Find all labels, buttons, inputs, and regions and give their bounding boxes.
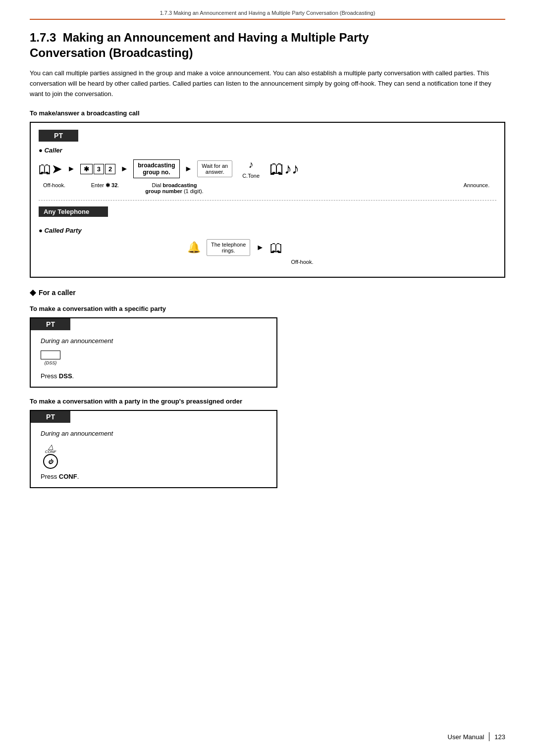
- ring-icon: 🔔: [187, 241, 201, 254]
- page-footer: User Manual 123: [448, 732, 505, 741]
- dashed-divider: [39, 200, 496, 201]
- conf-circle-symbol: ⏻: [48, 459, 53, 464]
- ctone-label: C.Tone: [242, 172, 260, 179]
- label-dial: Dial broadcastinggroup number (1 digit).: [142, 182, 207, 194]
- key-3: 3: [94, 164, 104, 174]
- subsection1-label: To make/answer a broadcasting call: [30, 109, 505, 117]
- section-description: You can call multiple parties assigned i…: [30, 68, 505, 99]
- called-flow: 🔔 The telephonerings. ► 🕮: [187, 239, 496, 256]
- small-diagram-1: PT During an announcement (DSS) Press DS…: [30, 317, 277, 388]
- conf-text-label: CONF: [45, 450, 56, 454]
- broadcast-box: broadcastinggroup no.: [133, 159, 179, 178]
- announce-item: 🕮♪♪: [269, 160, 299, 177]
- small-diagram-1-content: During an announcement (DSS) Press DSS.: [31, 330, 276, 387]
- footer-label: User Manual: [448, 733, 484, 741]
- rings-item: The telephonerings.: [207, 239, 250, 256]
- sub1-title: To make a conversation with a specific p…: [30, 305, 505, 312]
- small-diagram-2: PT During an announcement △ CONF ⏻ Press…: [30, 410, 277, 488]
- wait-box: Wait for ananswer.: [197, 160, 232, 177]
- dss-key-rect: [41, 351, 60, 359]
- any-tel-header: Any Telephone: [39, 206, 108, 217]
- caller-label: Caller: [39, 147, 496, 154]
- diamond-icon: ◆: [30, 288, 36, 297]
- section-title: 1.7.3 Making an Announcement and Having …: [30, 30, 505, 60]
- for-caller-section: ◆ For a caller: [30, 288, 505, 297]
- key-sequence: ✱ 3 2: [80, 164, 115, 174]
- caller-flow: 🕮➤ ► ✱ 3 2 ► broadcastinggroup no. ►: [39, 159, 496, 179]
- called-offhook-item: 🕮: [270, 240, 283, 255]
- press-dss-label: Press DSS.: [41, 372, 267, 380]
- wait-item: Wait for ananswer.: [197, 160, 232, 177]
- footer-divider: [489, 732, 489, 741]
- small-diagram-2-content: During an announcement △ CONF ⏻ Press CO…: [31, 423, 276, 487]
- called-labels: Off-hook.: [217, 259, 496, 265]
- during-announcement-1: During an announcement: [41, 337, 267, 345]
- offhook-icon: 🕮➤: [39, 161, 62, 177]
- ring-item: 🔔: [187, 241, 201, 254]
- dss-key-icon: (DSS): [41, 351, 60, 365]
- during-announcement-2: During an announcement: [41, 430, 267, 437]
- label-enter: Enter ✱ 32.: [83, 182, 127, 189]
- offhook-item: 🕮➤: [39, 161, 62, 177]
- header-text: 1.7.3 Making an Announcement and Having …: [160, 10, 375, 16]
- key-2: 2: [105, 164, 115, 174]
- arrow2: ►: [120, 164, 128, 173]
- page-wrapper: 1.7.3 Making an Announcement and Having …: [0, 0, 535, 756]
- for-caller-title: ◆ For a caller: [30, 288, 505, 297]
- small-pt-header-1: PT: [31, 318, 70, 330]
- conf-icon-group: △ CONF ⏻: [41, 443, 60, 469]
- star-key: ✱: [80, 164, 93, 174]
- main-diagram-box: PT Caller 🕮➤ ► ✱ 3 2 ►: [30, 122, 505, 278]
- dss-key-label: (DSS): [45, 360, 57, 365]
- called-offhook-icon: 🕮: [270, 240, 283, 255]
- conf-key-icon: △ CONF ⏻: [41, 443, 267, 469]
- ctone-item: ♪ C.Tone: [242, 159, 260, 179]
- section-title-text: Making an Announcement and Having a Mult…: [30, 31, 369, 59]
- caller-labels-row: Off-hook. Enter ✱ 32. Dial broadcastingg…: [41, 182, 496, 194]
- key-sequence-item: ✱ 3 2: [80, 164, 115, 174]
- sub2-title: To make a conversation with a party in t…: [30, 398, 505, 405]
- label-announce: Announce.: [457, 182, 496, 188]
- announce-icon: 🕮♪♪: [269, 160, 299, 177]
- press-conf-label: Press CONF.: [41, 473, 267, 480]
- page-header: 1.7.3 Making an Announcement and Having …: [30, 10, 505, 20]
- conf-circle: ⏻: [43, 454, 58, 469]
- diagram-content: PT Caller 🕮➤ ► ✱ 3 2 ►: [31, 123, 504, 277]
- rings-box: The telephonerings.: [207, 239, 250, 256]
- arrow1: ►: [67, 164, 75, 173]
- ctone-icon: ♪: [249, 159, 254, 170]
- for-caller-label: For a caller: [39, 289, 76, 297]
- called-party-label: Called Party: [39, 227, 496, 234]
- label-offhook: Off-hook.: [41, 182, 68, 188]
- label-offhook-called: Off-hook.: [282, 259, 322, 265]
- arrow-called: ►: [256, 243, 264, 252]
- broadcast-item: broadcastinggroup no.: [133, 159, 179, 178]
- page-number: 123: [494, 733, 505, 741]
- small-pt-header-2: PT: [31, 411, 70, 423]
- arrow3: ►: [185, 164, 193, 173]
- conf-triangle: △: [48, 443, 54, 450]
- pt-header: PT: [39, 130, 78, 142]
